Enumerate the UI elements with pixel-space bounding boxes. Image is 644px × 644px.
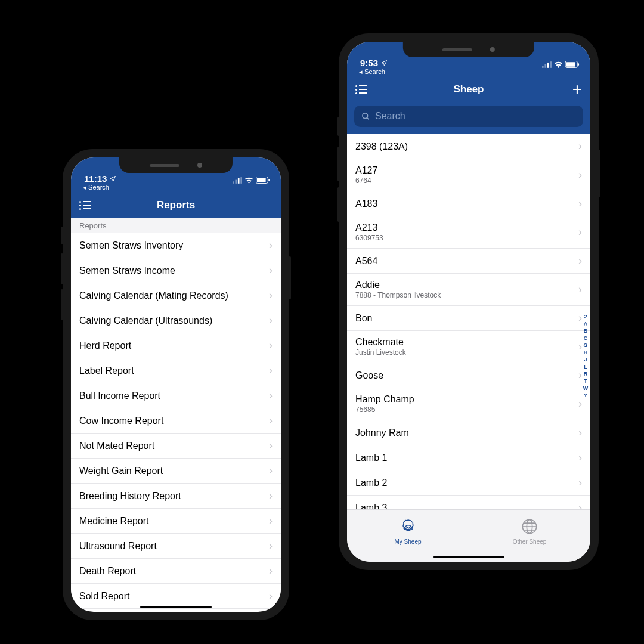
search-input[interactable]: Search [354, 106, 583, 127]
section-header: Reports [71, 218, 281, 233]
row-title: A183 [355, 199, 377, 209]
status-time: 9:53 [360, 58, 378, 68]
side-button [61, 289, 63, 320]
svg-rect-0 [233, 181, 234, 184]
list-item[interactable]: Bull Income Report› [71, 383, 281, 408]
index-letter[interactable]: T [582, 377, 589, 385]
page-title: Sheep [347, 83, 590, 95]
index-letter[interactable]: A [582, 320, 589, 327]
row-title: Sold Report [79, 591, 130, 602]
home-indicator[interactable] [433, 556, 504, 558]
list-item[interactable]: Goose› [347, 363, 590, 388]
tab-label: Other Sheep [513, 538, 547, 545]
index-letter[interactable]: J [582, 356, 589, 363]
row-title: Goose [355, 370, 383, 381]
chevron-right-icon: › [578, 476, 582, 489]
list-item[interactable]: Semen Straws Inventory› [71, 233, 281, 258]
signal-icon [233, 177, 242, 184]
tab-other-sheep[interactable]: Other Sheep [469, 510, 590, 562]
index-letter[interactable]: R [582, 370, 589, 377]
chevron-right-icon: › [578, 426, 582, 439]
list-item[interactable]: A1276764› [347, 159, 590, 191]
row-title: Bull Income Report [79, 391, 160, 401]
chevron-right-icon: › [578, 501, 582, 509]
side-button [61, 227, 63, 244]
svg-rect-13 [578, 63, 579, 66]
back-to-search[interactable]: ◂ Search [71, 184, 281, 193]
index-letter[interactable]: W [582, 385, 589, 392]
list-item[interactable]: Ultrasound Report› [71, 534, 281, 559]
phone-frame-sheep: 9:53 ◂ Search Sheep + Search [339, 33, 599, 570]
svg-rect-2 [238, 178, 240, 183]
side-button [337, 117, 339, 136]
list-item[interactable]: Label Report› [71, 358, 281, 383]
row-title: Label Report [79, 366, 134, 376]
chevron-right-icon: › [269, 289, 273, 302]
list-item[interactable]: Bon› [347, 306, 590, 331]
list-item[interactable]: A183› [347, 191, 590, 216]
index-letter[interactable]: C [582, 335, 589, 342]
list-item[interactable]: Lamb 1› [347, 445, 590, 470]
chevron-right-icon: › [269, 389, 273, 402]
list-item[interactable]: A2136309753› [347, 216, 590, 249]
list-item[interactable]: Lamb 2› [347, 470, 590, 496]
list-item[interactable]: CheckmateJustin Livestock› [347, 331, 590, 363]
svg-point-14 [363, 113, 368, 118]
list-item[interactable]: Calving Calendar (Mating Records)› [71, 283, 281, 308]
chevron-right-icon: › [269, 414, 273, 427]
index-letter[interactable]: Y [582, 392, 589, 399]
list-item[interactable]: Herd Report› [71, 333, 281, 358]
row-title: Herd Report [79, 340, 131, 351]
list-item[interactable]: Calf Report› [71, 609, 281, 611]
list-item[interactable]: Addie7888 - Thompson livestock› [347, 274, 590, 306]
list-item[interactable]: 2398 (123A)› [347, 134, 590, 159]
list-item[interactable]: Weight Gain Report› [71, 459, 281, 484]
row-title: Semen Straws Inventory [79, 240, 183, 251]
sheep-list[interactable]: 2398 (123A)›A1276764›A183›A2136309753›A5… [347, 134, 590, 509]
index-letter[interactable]: 2 [582, 313, 589, 320]
home-indicator[interactable] [140, 606, 212, 608]
index-letter[interactable]: L [582, 363, 589, 370]
index-letter[interactable]: H [582, 349, 589, 356]
row-title: Cow Income Report [79, 416, 163, 426]
menu-icon[interactable] [355, 85, 367, 94]
chevron-right-icon: › [269, 339, 273, 352]
chevron-right-icon: › [578, 169, 582, 181]
svg-rect-8 [544, 64, 546, 67]
list-item[interactable]: A564› [347, 249, 590, 274]
add-button[interactable]: + [572, 81, 582, 98]
back-to-search[interactable]: ◂ Search [347, 68, 590, 77]
alpha-index-bar[interactable]: 2ABCGHJLRTWY [582, 313, 589, 399]
chevron-right-icon: › [578, 398, 582, 410]
list-item[interactable]: Death Report› [71, 559, 281, 584]
location-icon [380, 60, 388, 67]
row-subtitle: 7888 - Thompson livestock [355, 291, 441, 299]
row-title: Lamb 2 [355, 478, 387, 488]
list-item[interactable]: Medicine Report› [71, 509, 281, 534]
list-item[interactable]: Semen Straws Income› [71, 258, 281, 283]
tab-my-sheep[interactable]: My Sheep [347, 510, 469, 562]
list-item[interactable]: Calving Calendar (Ultrasounds)› [71, 308, 281, 333]
list-item[interactable]: Sold Report› [71, 584, 281, 609]
phone-notch [403, 42, 534, 57]
list-item[interactable]: Johnny Ram› [347, 420, 590, 445]
list-item[interactable]: Cow Income Report› [71, 408, 281, 434]
svg-rect-6 [268, 179, 270, 181]
chevron-right-icon: › [578, 197, 582, 210]
index-letter[interactable]: B [582, 327, 589, 335]
menu-icon[interactable] [79, 201, 91, 210]
index-letter[interactable]: G [582, 342, 589, 349]
chevron-right-icon: › [269, 490, 273, 502]
row-subtitle: 75685 [355, 405, 414, 414]
list-item[interactable]: Lamb 3› [347, 496, 590, 509]
row-title: Bon [355, 313, 372, 324]
side-button [61, 253, 63, 284]
report-list[interactable]: Semen Straws Inventory›Semen Straws Inco… [71, 233, 281, 611]
row-title: Checkmate [355, 337, 406, 348]
list-item[interactable]: Not Mated Report› [71, 434, 281, 459]
list-item[interactable]: Breeding History Report› [71, 484, 281, 509]
signal-icon [542, 61, 552, 68]
row-title: 2398 (123A) [355, 141, 408, 152]
list-item[interactable]: Hamp Champ75685› [347, 388, 590, 420]
chevron-right-icon: › [269, 590, 273, 602]
